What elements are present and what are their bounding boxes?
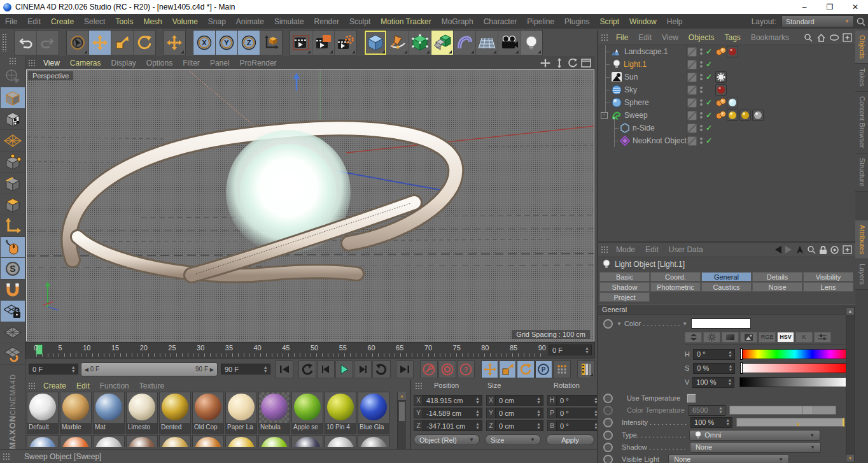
attr-menu-mode[interactable]: Mode: [611, 245, 640, 254]
add-light-button[interactable]: [521, 31, 542, 55]
search-icon[interactable]: [856, 17, 866, 27]
eye-icon[interactable]: [829, 34, 839, 41]
add-bend-deformer-button[interactable]: [454, 31, 476, 55]
model-mode-button[interactable]: [1, 87, 25, 108]
chevron-down-icon[interactable]: ▼: [617, 321, 622, 327]
hue-gradient-bar[interactable]: [740, 349, 850, 359]
key-parameter-toggle[interactable]: P: [535, 360, 552, 378]
color-swatch[interactable]: [691, 318, 751, 329]
add-array-generator-button[interactable]: [431, 31, 454, 55]
maximize-button[interactable]: ❐: [817, 0, 843, 14]
position-x-field[interactable]: 418.915 cm▲▼: [423, 395, 482, 406]
tab-coord[interactable]: Coord.: [650, 272, 701, 281]
rotation-b-field[interactable]: 0 °▲▼: [556, 420, 601, 431]
coordinate-mode-dropdown[interactable]: Object (Rel)▼: [414, 434, 480, 445]
lock-x-axis-button[interactable]: X: [193, 31, 216, 55]
tab-general[interactable]: General: [701, 272, 752, 281]
material-dented[interactable]: Dented: [159, 392, 191, 434]
menu-sculpt[interactable]: Sculpt: [344, 17, 375, 26]
menu-snap[interactable]: Snap: [203, 17, 231, 26]
layer-box[interactable]: [687, 136, 697, 146]
layer-box[interactable]: [687, 85, 697, 95]
go-to-end-button[interactable]: [396, 360, 414, 378]
om-menu-file[interactable]: File: [611, 33, 633, 42]
search-icon[interactable]: [807, 245, 816, 255]
rgb-mode-button[interactable]: RGB: [759, 332, 776, 343]
material-tag-icon[interactable]: [739, 110, 751, 121]
material-row2-item[interactable]: [325, 435, 356, 447]
enable-check[interactable]: ✓: [706, 111, 712, 120]
render-to-picture-viewer-button[interactable]: [312, 31, 335, 55]
rotation-h-field[interactable]: 0 °▲▼: [556, 395, 601, 406]
tab-project[interactable]: Project: [599, 292, 650, 302]
visibility-dots[interactable]: [700, 48, 703, 55]
om-menu-bookmarks[interactable]: Bookmarks: [746, 33, 794, 42]
solo-track-button[interactable]: [577, 360, 595, 378]
menu-mograph[interactable]: MoGraph: [437, 17, 479, 26]
history-forward-icon[interactable]: [783, 245, 794, 254]
vp-menu-options[interactable]: Options: [141, 59, 178, 68]
mat-menu-create[interactable]: Create: [38, 381, 71, 390]
texture-mode-button[interactable]: [1, 109, 25, 130]
viewport-tweak-button[interactable]: [1, 237, 25, 258]
material-apple[interactable]: Apple se: [291, 392, 323, 434]
keyframe-selection-button[interactable]: [553, 360, 571, 378]
material-tag-icon[interactable]: [715, 84, 727, 96]
points-mode-button[interactable]: [1, 152, 25, 173]
lock-z-axis-button[interactable]: Z: [238, 31, 260, 55]
size-y-field[interactable]: 0 cm▲▼: [495, 408, 543, 418]
spinner-arrows-icon[interactable]: ▲▼: [585, 346, 589, 354]
object-row-landscape[interactable]: Landscape.1 ✓: [598, 45, 855, 58]
tab-attributes[interactable]: Attributes: [855, 220, 868, 259]
key-scale-toggle[interactable]: [499, 360, 516, 378]
material-old-copper[interactable]: Old Cop: [192, 392, 224, 434]
material-paper[interactable]: Paper La: [225, 392, 257, 434]
material-row2-item[interactable]: [93, 435, 125, 447]
animation-dot[interactable]: [603, 431, 613, 440]
collapse-expander[interactable]: −: [601, 112, 608, 119]
coordinate-system-button[interactable]: [260, 31, 282, 55]
view-zoom-icon[interactable]: [554, 58, 564, 68]
tab-structure[interactable]: Structure: [855, 153, 868, 192]
layout-dropdown[interactable]: Standard ▼: [781, 15, 854, 27]
menu-select[interactable]: Select: [79, 17, 110, 26]
spectrum-icon[interactable]: [722, 332, 739, 343]
tab-takes[interactable]: Takes: [855, 64, 868, 92]
om-menu-edit[interactable]: Edit: [633, 33, 657, 42]
om-menu-objects[interactable]: Objects: [683, 33, 720, 42]
size-x-field[interactable]: 0 cm▲▼: [495, 395, 543, 406]
redo-button[interactable]: [37, 31, 59, 55]
attributes-scrollbar[interactable]: ▲ ▼: [846, 307, 855, 462]
material-default[interactable]: Default: [27, 392, 59, 434]
menu-help[interactable]: Help: [662, 17, 688, 26]
timeline-ruler[interactable]: 051015202530354045505560657075808590 0 F…: [25, 342, 595, 359]
edges-mode-button[interactable]: [1, 173, 25, 194]
home-icon[interactable]: [816, 33, 826, 43]
object-row-sky[interactable]: Sky: [598, 83, 855, 96]
visibility-dots[interactable]: [700, 137, 703, 145]
statusbar-handle[interactable]: [3, 453, 10, 460]
animation-dot[interactable]: [603, 443, 613, 452]
menu-render[interactable]: Render: [309, 17, 344, 26]
layer-box[interactable]: [687, 124, 697, 133]
menu-create[interactable]: Create: [46, 17, 79, 26]
image-picker-icon[interactable]: [740, 332, 757, 343]
keyframe-help-button[interactable]: ?: [457, 360, 475, 378]
object-row-neoknot[interactable]: NeoKnot Object ✓: [598, 134, 855, 147]
object-row-sweep[interactable]: − Sweep ✓: [598, 109, 855, 122]
autokey-button[interactable]: [438, 360, 456, 378]
sun-tag-icon[interactable]: [715, 71, 727, 83]
material-row2-item[interactable]: [60, 435, 92, 447]
use-temperature-checkbox[interactable]: [687, 394, 696, 403]
vp-menu-prorender[interactable]: ProRender: [235, 59, 282, 68]
view-toggle-icon[interactable]: [581, 59, 591, 68]
view-rotate-icon[interactable]: [568, 58, 578, 68]
enable-check[interactable]: ✓: [706, 136, 712, 145]
previous-frame-button[interactable]: [317, 360, 335, 378]
menu-plugins[interactable]: Plugins: [559, 17, 594, 26]
minimize-button[interactable]: –: [792, 0, 817, 14]
mat-menu-edit[interactable]: Edit: [71, 381, 95, 390]
scroll-thumb[interactable]: [399, 402, 405, 421]
tab-content-browser[interactable]: Content Browser: [855, 92, 868, 153]
enable-check[interactable]: ✓: [706, 47, 712, 56]
